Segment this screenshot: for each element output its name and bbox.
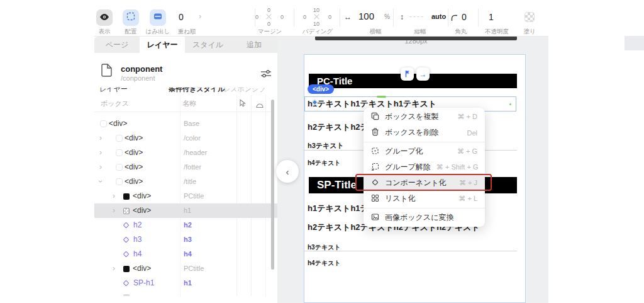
subtab-responsive[interactable]: レスポンシブ — [223, 88, 266, 94]
tab-pages[interactable]: ページ — [94, 37, 140, 53]
sliders-icon[interactable] — [260, 69, 272, 81]
layer-row-base[interactable]: <div> Base — [94, 117, 277, 131]
margin-bottom-value[interactable]: 0 — [267, 21, 270, 27]
alignment-button[interactable] — [123, 9, 139, 26]
sidebar-scrollbar[interactable] — [271, 100, 274, 270]
layer-row-h1-selected[interactable]: › <div> h1 — [94, 203, 277, 218]
selected-tag-badge: <div> — [308, 84, 334, 94]
subtab-row: レイヤー 条件付きスタイル レスポンシブ — [94, 88, 272, 96]
height-auto-value[interactable]: auto — [431, 13, 446, 20]
image-icon — [371, 213, 379, 223]
z-order-value[interactable]: 0 — [179, 12, 184, 22]
breakpoint-ruler[interactable] — [315, 36, 517, 40]
component-diamond-icon — [123, 236, 130, 243]
breakpoint-flag-button[interactable] — [401, 67, 414, 81]
layer-checkbox[interactable] — [116, 135, 123, 142]
subtab-conditional-style[interactable]: 条件付きスタイル — [169, 88, 225, 94]
breakpoint-next-button[interactable]: → — [416, 67, 430, 81]
layer-checkbox[interactable] — [116, 178, 123, 185]
layer-row-fotter[interactable]: › <div> /fotter — [94, 160, 277, 174]
arrow-right-icon: → — [419, 70, 427, 79]
margin-left-value[interactable]: 0 — [255, 14, 258, 20]
menu-item-duplicate-box[interactable]: ボックスを複製 ⌘ + D — [364, 109, 485, 125]
left-panel: ページ レイヤー スタイル 追加 conponent /conponent レイ… — [94, 37, 277, 303]
group-icon — [371, 147, 379, 157]
fill-swatch[interactable] — [525, 12, 535, 22]
margin-right-value[interactable]: 0 — [280, 14, 284, 20]
overflow-button[interactable] — [150, 9, 166, 26]
grid-icon — [371, 194, 379, 204]
layer-row-pctitle[interactable]: › <div> PCtitle — [94, 189, 277, 203]
height-value[interactable]: ---- — [409, 12, 425, 21]
layer-checkbox[interactable] — [116, 149, 123, 156]
chevron-right-icon[interactable]: › — [99, 148, 102, 157]
layer-row-h4[interactable]: h4 h4 — [94, 247, 277, 261]
fill-label: 塗り — [523, 28, 535, 36]
component-diamond-icon — [123, 251, 130, 257]
alignment-label: 配置 — [125, 28, 137, 36]
z-order-label: 重ね順 — [178, 28, 196, 36]
overflow-icon — [153, 12, 162, 23]
opacity-value[interactable]: 1 — [489, 12, 494, 22]
menu-item-componentize[interactable]: コンポーネント化 ⌘ + J — [364, 175, 485, 191]
layer-row-color[interactable]: › <div> /color — [94, 131, 277, 146]
chevron-right-icon[interactable]: › — [113, 264, 115, 273]
layer-checkbox[interactable] — [116, 164, 123, 171]
column-box-label: ボックス — [101, 99, 129, 108]
tab-layers[interactable]: レイヤー — [140, 37, 185, 53]
tab-add[interactable]: 追加 — [231, 37, 277, 53]
layer-row-header[interactable]: › <div> /header — [94, 146, 277, 160]
corner-radius-icon — [451, 13, 458, 24]
width-label: 横幅 — [370, 28, 382, 36]
width-unit[interactable]: % — [384, 13, 390, 20]
radius-value[interactable]: 0 — [462, 12, 467, 22]
padding-top-value[interactable]: 10 — [313, 7, 319, 13]
margin-top-value[interactable]: 0 — [267, 7, 270, 13]
padding-right-value[interactable]: 0 — [328, 14, 331, 20]
chevron-left-icon: ‹ — [286, 166, 289, 177]
tab-styles[interactable]: スタイル — [185, 37, 231, 53]
arc-icon[interactable] — [256, 100, 264, 111]
black-box-icon — [123, 193, 130, 200]
layer-tree: <div> Base › <div> /color › <div> /heade… — [94, 112, 277, 296]
padding-bottom-value[interactable]: 10 — [313, 21, 319, 27]
visibility-button[interactable] — [96, 9, 113, 26]
ungroup-icon — [371, 163, 379, 173]
padding-label: パディング — [303, 28, 333, 36]
chevron-right-icon[interactable]: › — [199, 11, 201, 21]
eye-icon — [99, 12, 109, 23]
window-edge-fragment — [625, 36, 644, 50]
spacing-handle-right[interactable] — [509, 103, 511, 105]
layer-row-sp-h1[interactable]: SP-h1 h1 — [94, 276, 277, 290]
chevron-right-icon[interactable]: › — [99, 134, 102, 142]
layer-row-pctitle-2[interactable]: › <div> PCtitle — [94, 261, 277, 276]
margin-label: マージン — [258, 28, 282, 36]
layout-icon — [126, 12, 135, 23]
chevron-right-icon[interactable]: › — [113, 206, 115, 215]
cursor-icon[interactable] — [239, 98, 247, 110]
layer-row-h3[interactable]: h3 h3 — [94, 232, 277, 247]
panel-collapse-button[interactable]: ‹ — [276, 160, 299, 183]
menu-item-ungroup[interactable]: グループ解除 ⌘ + Shift + G — [364, 159, 485, 175]
pc-h3-text[interactable]: h3テキスト — [308, 141, 344, 151]
chevron-down-icon[interactable]: › — [96, 180, 105, 183]
layer-row-title[interactable]: › <div> /title — [94, 174, 277, 189]
menu-item-listify[interactable]: リスト化 ⌘ + L — [364, 191, 485, 207]
chevron-right-icon[interactable]: › — [99, 163, 102, 171]
width-value[interactable]: 100 — [358, 11, 374, 21]
padding-cross-icon — [314, 14, 319, 20]
sp-h4-text[interactable]: h4テキスト — [308, 259, 341, 268]
menu-item-convert-to-image-box[interactable]: 画像ボックスに変換 — [364, 210, 485, 226]
layer-row-h2[interactable]: h2 h2 — [94, 218, 277, 232]
chevron-right-icon[interactable]: › — [113, 192, 115, 200]
menu-item-group[interactable]: グループ化 ⌘ + G — [364, 144, 485, 159]
clipped-box-icon — [123, 294, 130, 296]
layer-row-clipped[interactable] — [94, 290, 277, 296]
padding-left-value[interactable]: 0 — [303, 14, 306, 20]
pc-h4-text[interactable]: h4テキスト — [308, 159, 341, 168]
layer-checkbox[interactable] — [100, 120, 107, 127]
menu-item-delete-box[interactable]: ボックスを削除 Del — [364, 125, 485, 140]
subtab-layers[interactable]: レイヤー — [99, 88, 128, 94]
component-diamond-icon — [123, 222, 130, 228]
menu-divider — [364, 142, 485, 142]
